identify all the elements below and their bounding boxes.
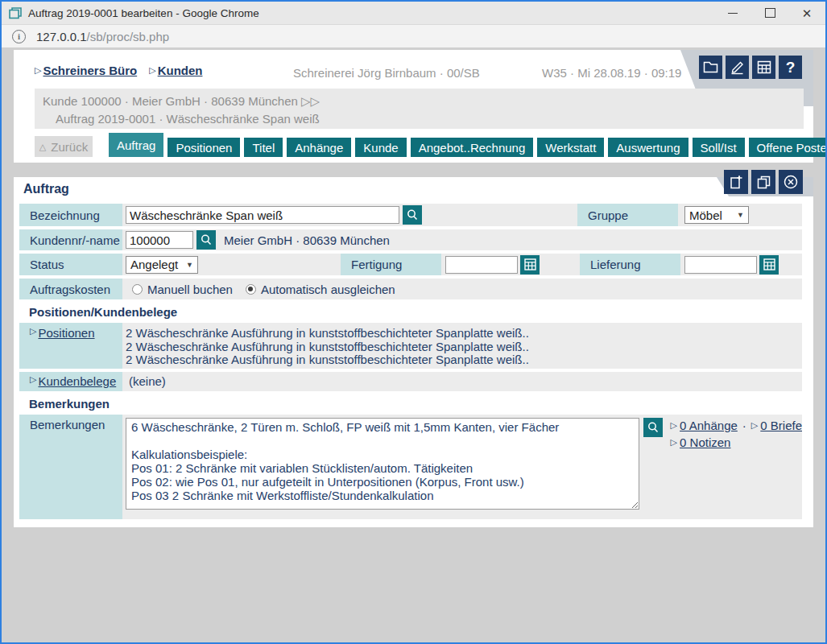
maximize-button[interactable]: [751, 2, 788, 24]
row-strip: Meier GmbH · 80639 München: [122, 229, 802, 250]
back-button[interactable]: △ Zurück: [35, 136, 93, 157]
help-button[interactable]: ?: [779, 56, 802, 79]
bezeichnung-label: Bezeichnung: [19, 204, 122, 226]
kundenbelege-value: (keine): [129, 374, 166, 388]
kundennr-input[interactable]: [126, 231, 193, 249]
kundennr-search-button[interactable]: [196, 230, 216, 250]
tab-anhaenge[interactable]: Anhänge: [287, 138, 351, 157]
new-document-icon: [729, 175, 744, 190]
positionen-label-cell: ▷ Positionen: [19, 323, 122, 369]
triangle-icon: ▷: [149, 65, 155, 76]
triangle-icon: ▷: [35, 65, 41, 76]
breadcrumb-order-line: Auftrag 2019-0001 · Wäscheschränke Span …: [56, 110, 804, 128]
row-strip: Manuell buchen Automatisch ausgleichen: [122, 279, 802, 299]
notizen-link[interactable]: 0 Notizen: [680, 434, 730, 451]
form-title: Auftrag: [14, 177, 813, 204]
position-line: 2 Wäscheschränke Ausführung in kunststof…: [126, 341, 529, 354]
order-form-card: Auftrag Bezeichnung Gruppe Möbel ▼: [14, 177, 813, 527]
tab-positionen[interactable]: Positionen: [167, 138, 240, 157]
back-label: Zurück: [51, 140, 88, 154]
side-links-row-1: ▷ 0 Anhänge · ▷ 0 Briefe: [671, 417, 802, 434]
folder-button[interactable]: [699, 56, 722, 79]
tab-auftrag[interactable]: Auftrag: [109, 133, 163, 157]
row-status: Status Angelegt ▼ Fertigung Lieferung: [19, 254, 802, 275]
radio-manuell-buchen[interactable]: Manuell buchen: [132, 283, 233, 296]
triangle-icon: ▷: [30, 374, 36, 385]
bezeichnung-input[interactable]: [126, 206, 399, 224]
positionen-link-label: Positionen: [38, 326, 94, 340]
triangle-icon: ▷: [671, 434, 677, 451]
tab-auswertung[interactable]: Auswertung: [608, 138, 688, 157]
page-info-icon[interactable]: i: [12, 30, 26, 43]
triangle-icon: ▷: [30, 326, 36, 336]
bemerkungen-textarea[interactable]: 6 Wäscheschränke, 2 Türen m. Schloß, FP …: [126, 418, 639, 510]
window-title: Auftrag 2019-0001 bearbeiten - Google Ch…: [28, 7, 259, 19]
address-text[interactable]: 127.0.0.1/sb/proc/sb.php: [36, 30, 169, 43]
company-name: Schreinerei Jörg Birnbaum · 00/SB: [293, 66, 480, 80]
tab-werkstatt[interactable]: Werkstatt: [537, 138, 604, 157]
nav-link-schreiners-buero[interactable]: ▷ Schreiners Büro: [35, 64, 137, 77]
breadcrumb-customer-line[interactable]: Kunde 100000 · Meier GmbH · 80639 Münche…: [43, 93, 804, 110]
record-action-buttons: [724, 170, 803, 194]
minimize-button[interactable]: [714, 2, 751, 24]
maximize-icon: [765, 8, 775, 18]
search-icon: [647, 421, 660, 434]
gruppe-select[interactable]: Möbel ▼: [684, 206, 749, 224]
search-icon: [406, 208, 419, 221]
close-button[interactable]: ✕: [788, 2, 825, 24]
bezeichnung-search-button[interactable]: [403, 205, 422, 225]
browser-window: Auftrag 2019-0001 bearbeiten - Google Ch…: [0, 0, 827, 644]
new-record-button[interactable]: [724, 170, 748, 194]
status-select-value: Angelegt: [130, 258, 178, 271]
radio-checked-icon: [246, 284, 256, 295]
triangle-icon: ▷: [751, 417, 758, 434]
position-lines: 2 Wäscheschränke Ausführung in kunststof…: [126, 325, 529, 369]
minimize-icon: [728, 13, 738, 14]
auftragskosten-label: Auftragskosten: [19, 279, 122, 299]
page-content: ▷ Schreiners Büro ▷ Kunden Schreinerei J…: [2, 50, 825, 527]
tab-titel[interactable]: Titel: [244, 138, 283, 157]
url-bar: i 127.0.0.1/sb/proc/sb.php: [2, 25, 825, 48]
edit-button[interactable]: [726, 56, 749, 79]
tab-kunde[interactable]: Kunde: [355, 138, 406, 157]
copy-record-button[interactable]: [751, 170, 775, 194]
radio-icon: [132, 284, 143, 295]
triangle-icon: ▷: [671, 417, 677, 434]
kundennr-info-text: Meier GmbH · 80639 München: [224, 233, 390, 247]
anhaenge-link[interactable]: 0 Anhänge: [680, 417, 738, 434]
tab-angebot-rechnung[interactable]: Angebot..Rechnung: [411, 138, 534, 157]
gruppe-select-value: Möbel: [689, 208, 722, 222]
close-icon: ✕: [802, 7, 813, 19]
row-bezeichnung: Bezeichnung Gruppe Möbel ▼: [19, 204, 802, 226]
lieferung-date-input[interactable]: [684, 256, 757, 274]
nav-link-kunden[interactable]: ▷ Kunden: [149, 64, 202, 77]
header-action-buttons: ?: [699, 56, 802, 79]
chevron-down-icon: ▼: [186, 261, 193, 269]
radio-automatisch-ausgleichen[interactable]: Automatisch ausgleichen: [246, 283, 395, 296]
tab-bar: △ Zurück Auftrag Positionen Titel Anhäng…: [35, 133, 802, 157]
bemerkungen-side-links: ▷ 0 Anhänge · ▷ 0 Briefe ▷ 0 Notizen: [671, 417, 802, 451]
calendar-icon: [763, 258, 775, 270]
tab-offene-posten[interactable]: Offene Posten: [749, 138, 827, 157]
positionen-link[interactable]: ▷ Positionen: [30, 326, 95, 340]
tab-soll-ist[interactable]: Soll/Ist: [693, 138, 745, 157]
briefe-link[interactable]: 0 Briefe: [760, 417, 802, 434]
bemerkungen-search-button[interactable]: [643, 418, 663, 437]
link-separator: ·: [742, 417, 746, 434]
row-strip: Gruppe Möbel ▼: [122, 204, 802, 226]
bemerkungen-label: Bemerkungen: [19, 415, 122, 519]
header-card: ▷ Schreiners Büro ▷ Kunden Schreinerei J…: [14, 50, 813, 163]
fertigung-calendar-button[interactable]: [520, 255, 540, 275]
calendar-button[interactable]: [752, 56, 775, 79]
delete-record-button[interactable]: [779, 170, 803, 194]
kundenbelege-label-cell: ▷ Kundenbelege: [19, 372, 122, 391]
delete-circle-x-icon: [783, 174, 799, 190]
calendar-week-datetime: W35 · Mi 28.08.19 · 09:19: [542, 66, 681, 80]
copy-icon: [756, 175, 771, 190]
lieferung-calendar-button[interactable]: [759, 255, 779, 275]
fertigung-date-input[interactable]: [445, 256, 518, 274]
status-select[interactable]: Angelegt ▼: [126, 256, 198, 274]
search-icon: [200, 233, 213, 246]
kundenbelege-link[interactable]: ▷ Kundenbelege: [30, 374, 116, 388]
kundennr-label: Kundennr/-name: [19, 229, 122, 250]
